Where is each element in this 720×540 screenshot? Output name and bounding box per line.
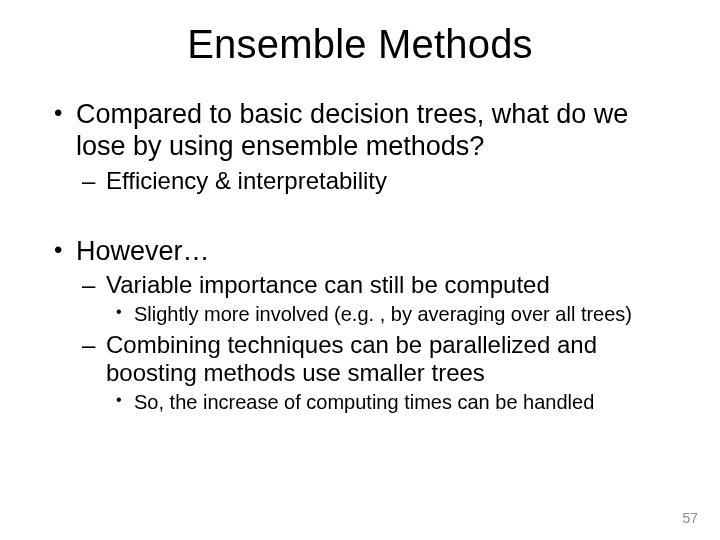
bullet-list-l3: So, the increase of computing times can … (106, 390, 670, 414)
bullet-l3: Slightly more involved (e.g. , by averag… (106, 302, 670, 326)
page-number: 57 (682, 510, 698, 526)
bullet-l2: Efficiency & interpretability (76, 167, 670, 196)
slide-title: Ensemble Methods (50, 22, 670, 67)
bullet-text: Slightly more involved (e.g. , by averag… (134, 303, 632, 325)
bullet-list-l2: Variable importance can still be compute… (76, 271, 670, 414)
bullet-text: Combining techniques can be parallelized… (106, 331, 597, 387)
bullet-l1: Compared to basic decision trees, what d… (50, 99, 670, 196)
bullet-text: So, the increase of computing times can … (134, 391, 594, 413)
bullet-text: Variable importance can still be compute… (106, 271, 550, 298)
bullet-list-l2: Efficiency & interpretability (76, 167, 670, 196)
bullet-text: However… (76, 236, 210, 266)
bullet-text: Compared to basic decision trees, what d… (76, 99, 628, 161)
bullet-list: However… Variable importance can still b… (50, 236, 670, 415)
slide: Ensemble Methods Compared to basic decis… (0, 0, 720, 540)
bullet-list: Compared to basic decision trees, what d… (50, 99, 670, 196)
bullet-text: Efficiency & interpretability (106, 167, 387, 194)
bullet-l2: Variable importance can still be compute… (76, 271, 670, 326)
spacer (50, 202, 670, 236)
bullet-l1: However… Variable importance can still b… (50, 236, 670, 415)
bullet-list-l3: Slightly more involved (e.g. , by averag… (106, 302, 670, 326)
bullet-l3: So, the increase of computing times can … (106, 390, 670, 414)
bullet-l2: Combining techniques can be parallelized… (76, 331, 670, 415)
